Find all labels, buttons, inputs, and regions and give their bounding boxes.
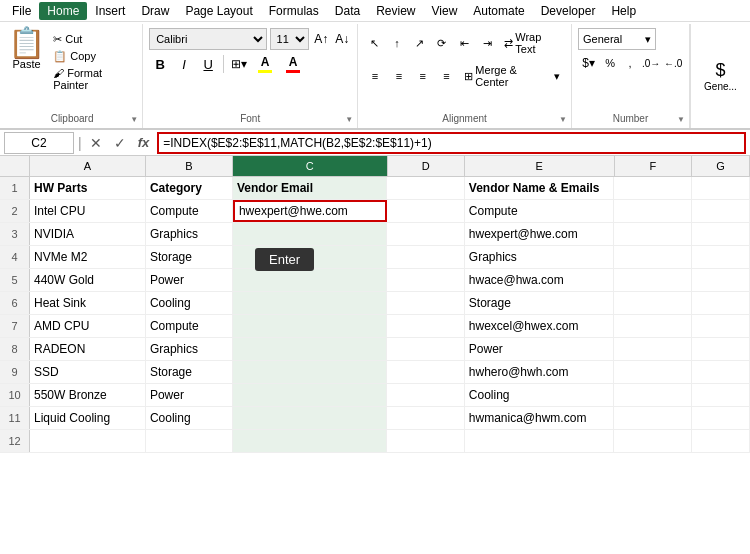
menu-help[interactable]: Help — [603, 2, 644, 20]
cell-F6[interactable] — [614, 292, 691, 314]
menu-file[interactable]: File — [4, 2, 39, 20]
currency-button[interactable]: $▾ % , .0→ ←.0 — [578, 53, 683, 73]
cell-F10[interactable] — [614, 384, 691, 406]
menu-insert[interactable]: Insert — [87, 2, 133, 20]
cell-F9[interactable] — [614, 361, 691, 383]
cell-G6[interactable] — [692, 292, 750, 314]
cell-B10[interactable]: Power — [146, 384, 233, 406]
font-family-selector[interactable]: Calibri — [149, 28, 266, 50]
cell-E11[interactable]: hwmanica@hwm.com — [465, 407, 615, 429]
align-top-right-button[interactable]: ↗ — [409, 32, 430, 54]
decimal-increase-button[interactable]: .0→ — [641, 53, 661, 73]
cell-D3[interactable] — [387, 223, 464, 245]
cell-E10[interactable]: Cooling — [465, 384, 615, 406]
cell-D5[interactable] — [387, 269, 464, 291]
alignment-expand-icon[interactable]: ▼ — [559, 115, 567, 124]
decimal-decrease-button[interactable]: ←.0 — [663, 53, 683, 73]
menu-developer[interactable]: Developer — [533, 2, 604, 20]
cell-C12[interactable] — [233, 430, 387, 452]
cell-C7[interactable] — [233, 315, 387, 337]
cell-F2[interactable] — [614, 200, 691, 222]
cell-A1[interactable]: HW Parts — [30, 177, 146, 199]
cell-G8[interactable] — [692, 338, 750, 360]
menu-data[interactable]: Data — [327, 2, 368, 20]
cell-C6[interactable] — [233, 292, 387, 314]
cell-G3[interactable] — [692, 223, 750, 245]
cell-E7[interactable]: hwexcel@hwex.com — [465, 315, 615, 337]
col-header-a[interactable]: A — [30, 156, 146, 176]
text-direction-button[interactable]: ⟳ — [432, 32, 453, 54]
cell-A11[interactable]: Liquid Cooling — [30, 407, 146, 429]
cell-A7[interactable]: AMD CPU — [30, 315, 146, 337]
clipboard-expand-icon[interactable]: ▼ — [130, 115, 138, 124]
confirm-formula-button[interactable]: ✓ — [110, 133, 130, 153]
menu-review[interactable]: Review — [368, 2, 423, 20]
align-right-button[interactable]: ≡ — [412, 65, 434, 87]
cell-E3[interactable]: hwexpert@hwe.com — [465, 223, 615, 245]
cell-F1[interactable] — [614, 177, 691, 199]
cell-E9[interactable]: hwhero@hwh.com — [465, 361, 615, 383]
italic-button[interactable]: I — [173, 53, 195, 75]
cell-D9[interactable] — [387, 361, 464, 383]
cell-G11[interactable] — [692, 407, 750, 429]
cell-A2[interactable]: Intel CPU — [30, 200, 146, 222]
cell-C3[interactable] — [233, 223, 387, 245]
cell-reference-input[interactable] — [4, 132, 74, 154]
cell-D1[interactable] — [387, 177, 464, 199]
merge-center-button[interactable]: ⊞ Merge & Center ▾ — [459, 61, 565, 91]
cell-C10[interactable] — [233, 384, 387, 406]
cell-E2[interactable]: Compute — [465, 200, 615, 222]
menu-page-layout[interactable]: Page Layout — [177, 2, 260, 20]
cell-E4[interactable]: Graphics — [465, 246, 615, 268]
menu-view[interactable]: View — [424, 2, 466, 20]
cell-A12[interactable] — [30, 430, 146, 452]
cell-B11[interactable]: Cooling — [146, 407, 233, 429]
cut-button[interactable]: ✂ Cut — [51, 32, 136, 47]
indent-decrease-button[interactable]: ⇤ — [454, 32, 475, 54]
cell-A8[interactable]: RADEON — [30, 338, 146, 360]
cell-C5[interactable] — [233, 269, 387, 291]
font-decrease-button[interactable]: A↓ — [333, 30, 351, 48]
cell-F4[interactable] — [614, 246, 691, 268]
font-size-selector[interactable]: 11 — [270, 28, 310, 50]
cell-C8[interactable] — [233, 338, 387, 360]
cell-C11[interactable] — [233, 407, 387, 429]
col-header-e[interactable]: E — [465, 156, 615, 176]
cell-D6[interactable] — [387, 292, 464, 314]
menu-automate[interactable]: Automate — [465, 2, 532, 20]
underline-button[interactable]: U — [197, 53, 219, 75]
cell-D10[interactable] — [387, 384, 464, 406]
cell-F5[interactable] — [614, 269, 691, 291]
number-expand-icon[interactable]: ▼ — [677, 115, 685, 124]
col-header-d[interactable]: D — [388, 156, 465, 176]
fill-color-button[interactable]: A — [252, 53, 278, 75]
cell-E12[interactable] — [465, 430, 615, 452]
copy-button[interactable]: 📋 Copy — [51, 49, 136, 64]
cell-B8[interactable]: Graphics — [146, 338, 233, 360]
cell-D7[interactable] — [387, 315, 464, 337]
cell-B6[interactable]: Cooling — [146, 292, 233, 314]
cell-F8[interactable] — [614, 338, 691, 360]
cell-C2[interactable]: hwexpert@hwe.com — [233, 200, 388, 222]
cell-D2[interactable] — [387, 200, 464, 222]
cell-G5[interactable] — [692, 269, 750, 291]
cell-A3[interactable]: NVIDIA — [30, 223, 146, 245]
paste-button[interactable]: 📋 Paste — [6, 28, 47, 70]
align-justify-button[interactable]: ≡ — [436, 65, 458, 87]
cell-G12[interactable] — [692, 430, 750, 452]
menu-home[interactable]: Home — [39, 2, 87, 20]
cell-A6[interactable]: Heat Sink — [30, 292, 146, 314]
cell-B7[interactable]: Compute — [146, 315, 233, 337]
col-header-b[interactable]: B — [146, 156, 233, 176]
general-button[interactable]: $ Gene... — [690, 24, 750, 128]
cell-B3[interactable]: Graphics — [146, 223, 233, 245]
cell-B9[interactable]: Storage — [146, 361, 233, 383]
align-left-button[interactable]: ≡ — [364, 65, 386, 87]
align-top-left-button[interactable]: ↖ — [364, 32, 385, 54]
number-format-dropdown[interactable]: General ▾ — [578, 28, 656, 50]
cell-A10[interactable]: 550W Bronze — [30, 384, 146, 406]
font-expand-icon[interactable]: ▼ — [345, 115, 353, 124]
cell-C1[interactable]: Vendor Email — [233, 177, 387, 199]
menu-draw[interactable]: Draw — [133, 2, 177, 20]
cell-B2[interactable]: Compute — [146, 200, 233, 222]
